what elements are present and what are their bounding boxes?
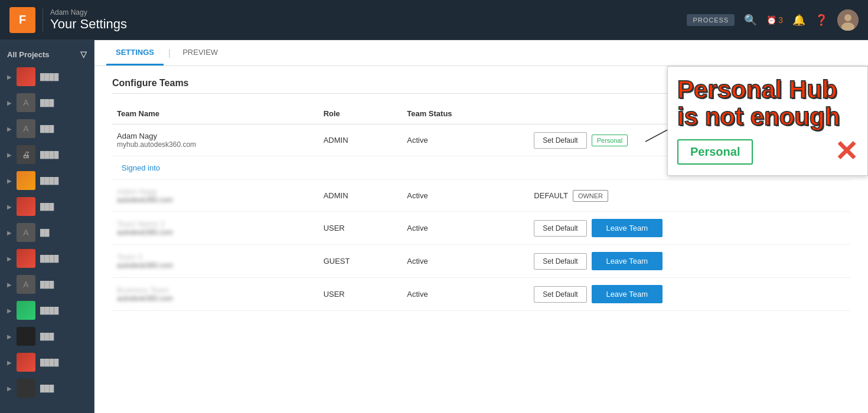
nav-divider — [43, 8, 43, 32]
username: Adam Nagy — [50, 8, 127, 17]
sidebar-item[interactable]: ▶ ████ — [0, 245, 94, 271]
sidebar-item[interactable]: ▶ ████ — [0, 168, 94, 194]
status-cell: Active — [402, 124, 529, 156]
all-projects-label: All Projects — [7, 50, 50, 59]
sidebar: All Projects ▽ ▶ ████ ▶ A ███ ▶ A ███ ▶ … — [0, 40, 94, 413]
hub-email: autodesk360.com — [117, 261, 314, 270]
timer-icon[interactable]: ⏰ 3 — [766, 15, 783, 25]
project-thumb — [17, 67, 35, 86]
set-default-button[interactable]: Set Default — [534, 253, 586, 270]
chevron-icon: ▶ — [7, 385, 12, 392]
project-thumb: A — [17, 119, 35, 138]
sidebar-header: All Projects ▽ — [0, 45, 94, 64]
project-thumb: A — [17, 275, 35, 294]
sidebar-item[interactable]: ▶ ████ — [0, 349, 94, 375]
chevron-icon: ▶ — [7, 178, 12, 184]
role-cell: USER — [319, 278, 403, 311]
chevron-icon: ▶ — [7, 255, 12, 262]
chevron-icon: ▶ — [7, 230, 12, 236]
action-cell: Set Default Leave Team — [529, 245, 850, 278]
project-thumb — [17, 353, 35, 372]
hub-email: autodesk360.com — [117, 228, 314, 237]
sidebar-item[interactable]: ▶ ███ — [0, 194, 94, 219]
chevron-icon: ▶ — [7, 152, 12, 158]
status-cell: Active — [402, 245, 529, 278]
leave-team-button[interactable]: Leave Team — [592, 285, 663, 303]
tabs-bar: SETTINGS | PREVIEW — [94, 40, 868, 66]
sidebar-item[interactable]: ▶ 🖨 ████ — [0, 142, 94, 168]
sidebar-item-label: ████ — [40, 255, 58, 262]
signed-into-label: Signed into — [117, 159, 165, 177]
hub-name: Business Team — [117, 286, 314, 294]
table-row: Adam Nagy autodesk360.com ADMIN Active D… — [112, 180, 850, 212]
help-icon[interactable]: ❓ — [815, 14, 828, 27]
sidebar-item[interactable]: ▶ ███ — [0, 323, 94, 349]
col-status: Team Status — [402, 103, 529, 124]
sidebar-item[interactable]: ▶ ████ — [0, 297, 94, 323]
bell-icon[interactable]: 🔔 — [792, 14, 805, 27]
hub-email: autodesk360.com — [117, 294, 314, 303]
content-area: SETTINGS | PREVIEW Personal Hub is not e… — [94, 40, 868, 413]
leave-team-button[interactable]: Leave Team — [592, 252, 663, 270]
settings-content: Personal Hub is not enough Personal ✕ Co… — [94, 66, 868, 413]
sidebar-item-label: ██ — [40, 229, 50, 236]
chevron-icon: ▶ — [7, 204, 12, 210]
project-thumb — [17, 171, 35, 190]
status-cell: Active — [402, 180, 529, 212]
table-row: Business Team autodesk360.com USER Activ… — [112, 278, 850, 311]
sidebar-item[interactable]: ▶ ████ — [0, 64, 94, 90]
hub-name: Adam Nagy — [117, 187, 314, 196]
project-thumb: 🖨 — [17, 145, 35, 164]
chevron-icon: ▶ — [7, 74, 12, 80]
sidebar-item[interactable]: ▶ A ███ — [0, 116, 94, 142]
sidebar-item-label: ████ — [40, 359, 58, 366]
sidebar-item-label: ███ — [40, 203, 54, 210]
default-label: DEFAULT — [534, 191, 568, 200]
app-logo: F — [9, 7, 35, 33]
col-role: Role — [319, 103, 403, 124]
sidebar-item-label: ███ — [40, 281, 54, 288]
hub-name: Team Name 2 — [117, 219, 314, 228]
chevron-icon: ▶ — [7, 281, 12, 288]
leave-team-button[interactable]: Leave Team — [592, 219, 663, 237]
sidebar-item[interactable]: ▶ A ███ — [0, 271, 94, 297]
chevron-icon: ▶ — [7, 359, 12, 366]
project-thumb — [17, 197, 35, 216]
sidebar-item-label: ████ — [40, 307, 58, 314]
topnav-right: PROCESS 🔍 ⏰ 3 🔔 ❓ — [687, 9, 859, 31]
filter-icon[interactable]: ▽ — [80, 50, 87, 59]
close-promo-button[interactable]: ✕ — [834, 137, 858, 166]
avatar[interactable] — [837, 9, 859, 31]
set-default-button[interactable]: Set Default — [534, 286, 586, 303]
search-icon[interactable]: 🔍 — [744, 14, 757, 27]
chevron-icon: ▶ — [7, 126, 12, 132]
team-name-cell: Adam Nagy autodesk360.com — [112, 180, 319, 212]
set-default-button[interactable]: Set Default — [534, 132, 586, 149]
promo-text: Personal Hub is not enough — [677, 76, 858, 130]
chevron-icon: ▶ — [7, 100, 12, 106]
status-cell: Active — [402, 278, 529, 311]
action-cell: DEFAULT OWNER — [529, 180, 850, 212]
appname: Your Settings — [50, 17, 127, 32]
main-layout: All Projects ▽ ▶ ████ ▶ A ███ ▶ A ███ ▶ … — [0, 40, 868, 413]
set-default-button[interactable]: Set Default — [534, 220, 586, 237]
promo-bottom: Personal ✕ — [677, 137, 858, 166]
action-group: Set Default Leave Team — [534, 219, 846, 237]
status-cell: Active — [402, 212, 529, 245]
team-name-cell: Business Team autodesk360.com — [112, 278, 319, 311]
tab-preview[interactable]: PREVIEW — [173, 41, 227, 65]
sidebar-item-label: ███ — [40, 385, 54, 392]
col-team-name: Team Name — [112, 103, 319, 124]
tab-settings[interactable]: SETTINGS — [106, 41, 164, 65]
sidebar-item[interactable]: ▶ A ███ — [0, 90, 94, 116]
personal-badge-large: Personal — [677, 139, 753, 165]
sidebar-item[interactable]: ▶ A ██ — [0, 219, 94, 245]
action-cell: Set Default Leave Team — [529, 212, 850, 245]
action-cell: Set Default Leave Team — [529, 278, 850, 311]
chevron-icon: ▶ — [7, 333, 12, 340]
team-name-cell: Team Name 2 autodesk360.com — [112, 212, 319, 245]
topnav: F Adam Nagy Your Settings PROCESS 🔍 ⏰ 3 … — [0, 0, 868, 40]
hub-name: Adam Nagy — [117, 132, 314, 140]
project-thumb: A — [17, 223, 35, 242]
sidebar-item[interactable]: ▶ ███ — [0, 375, 94, 401]
